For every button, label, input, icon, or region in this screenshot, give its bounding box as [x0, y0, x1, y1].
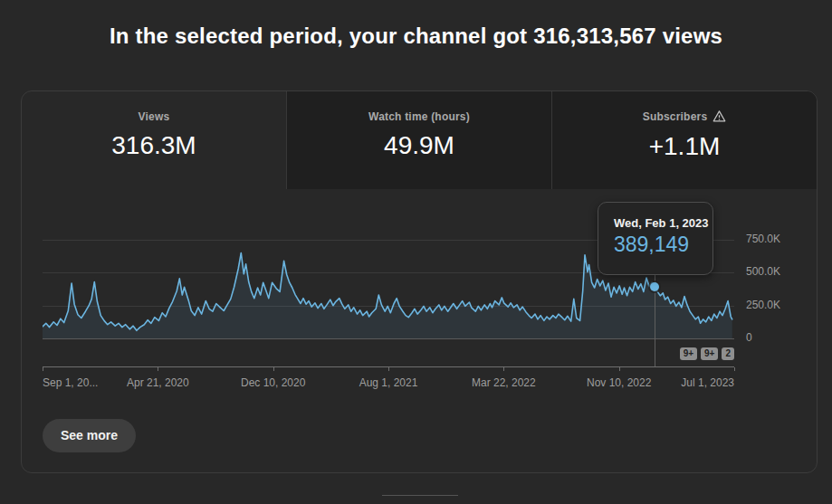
y-axis-label: 750.0K: [746, 233, 780, 245]
tab-subscribers[interactable]: Subscribers +1.1M: [551, 91, 817, 189]
x-axis-tick: [43, 367, 43, 371]
video-published-badges: 9+ 9+ 2: [680, 347, 734, 360]
tab-watch-time-label: Watch time (hours): [368, 110, 470, 123]
x-axis-label: Mar 22, 2022: [472, 376, 536, 389]
x-axis-label: Apr 21, 2020: [127, 376, 189, 389]
x-axis-label: Sep 1, 20...: [43, 376, 98, 389]
see-more-button[interactable]: See more: [43, 419, 136, 452]
x-axis-label: Aug 1, 2021: [359, 376, 418, 389]
x-axis-tick: [158, 367, 158, 371]
tab-watch-time[interactable]: Watch time (hours) 49.9M: [286, 91, 551, 189]
tab-subscribers-value: +1.1M: [552, 132, 817, 161]
tooltip-date: Wed, Feb 1, 2023: [614, 216, 712, 230]
tab-subscribers-label: Subscribers: [643, 110, 708, 123]
x-axis-tick: [388, 367, 389, 371]
metric-tabs: Views 316.3M Watch time (hours) 49.9M Su…: [22, 91, 817, 189]
page-title: In the selected period, your channel got…: [0, 24, 832, 49]
x-axis-label: Jul 1, 2023: [681, 376, 734, 389]
published-badge[interactable]: 9+: [701, 347, 718, 360]
tab-watch-time-value: 49.9M: [287, 131, 551, 160]
x-axis-label: Dec 10, 2020: [241, 376, 305, 389]
x-axis-tick: [619, 367, 620, 371]
tab-views-label: Views: [139, 110, 170, 123]
next-card-divider: [382, 495, 458, 496]
x-axis-tick: [734, 367, 735, 371]
published-badge[interactable]: 9+: [680, 347, 697, 360]
tooltip-value: 389,149: [614, 233, 712, 257]
chart-tooltip: Wed, Feb 1, 2023 389,149: [598, 202, 713, 275]
y-axis-label: 250.0K: [746, 299, 780, 311]
y-axis-label: 0: [746, 331, 752, 344]
tab-views-value: 316.3M: [22, 131, 286, 160]
views-line-chart[interactable]: 750.0K500.0K250.0K0 Wed, Feb 1, 2023 389…: [22, 189, 817, 472]
x-axis-tick: [273, 367, 274, 371]
analytics-screen: In the selected period, your channel got…: [0, 0, 832, 504]
warning-triangle-icon: [712, 109, 726, 126]
analytics-card: Views 316.3M Watch time (hours) 49.9M Su…: [21, 90, 818, 473]
x-axis-tick: [503, 367, 504, 371]
published-badge[interactable]: 2: [722, 347, 734, 360]
y-axis-label: 500.0K: [746, 265, 780, 278]
x-axis-label: Nov 10, 2022: [587, 376, 651, 389]
tab-views[interactable]: Views 316.3M: [22, 91, 286, 189]
